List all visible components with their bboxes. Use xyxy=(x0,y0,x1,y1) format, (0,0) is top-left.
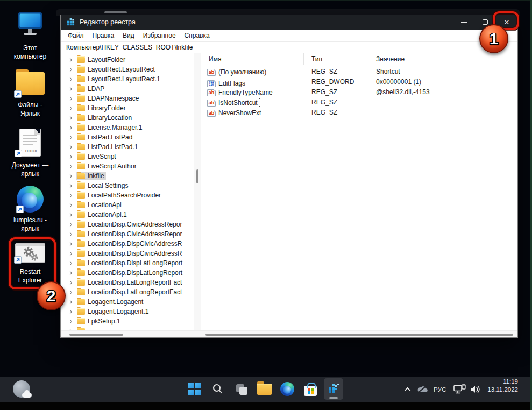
menu-item[interactable]: Вид xyxy=(118,32,139,39)
chevron-right-icon[interactable] xyxy=(68,193,72,197)
menu-item[interactable]: Справка xyxy=(180,32,214,39)
folder-icon xyxy=(77,182,85,189)
chevron-right-icon[interactable] xyxy=(68,145,72,149)
registry-value-row[interactable]: IsNotShortcut REG_SZ xyxy=(201,97,517,107)
desktop-icon-files-shortcut[interactable]: Файлы - Ярлык xyxy=(4,69,56,118)
search-button[interactable] xyxy=(208,378,228,400)
tree-item[interactable]: LocationApi.1 xyxy=(61,210,194,220)
value-type-icon xyxy=(207,110,216,117)
tree-item[interactable]: LocationDisp.LatLongReportFact xyxy=(61,278,194,287)
chevron-right-icon[interactable] xyxy=(68,222,72,226)
language-indicator[interactable]: РУС xyxy=(431,377,449,402)
file-explorer-button[interactable] xyxy=(254,378,274,400)
chevron-right-icon[interactable] xyxy=(68,164,72,168)
chevron-right-icon[interactable] xyxy=(68,96,72,100)
menu-item[interactable]: Правка xyxy=(88,32,119,39)
tree-item[interactable]: LocalPathSearchProvider xyxy=(61,190,194,200)
tree-item[interactable]: ListPad.ListPad.1 xyxy=(61,142,194,152)
value-name: IsNotShortcut xyxy=(218,99,258,107)
minimize-button[interactable] xyxy=(453,15,474,30)
tree-item[interactable]: LayoutRect.LayoutRect xyxy=(61,65,194,74)
network-tray-button[interactable] xyxy=(452,377,468,402)
task-view-button[interactable] xyxy=(231,378,251,400)
chevron-right-icon[interactable] xyxy=(68,203,72,207)
tree-vertical-scrollbar[interactable] xyxy=(194,53,201,330)
tree-item[interactable]: LocationDisp.DispCivicAddressR xyxy=(61,239,194,249)
tree-horizontal-scrollbar[interactable] xyxy=(61,330,201,337)
chevron-right-icon[interactable] xyxy=(68,116,72,119)
chevron-right-icon[interactable] xyxy=(68,290,72,294)
desktop-icon-lumpics-shortcut[interactable]: lumpics.ru - ярлык xyxy=(4,185,56,233)
tree-item[interactable]: LpkSetup.1 xyxy=(61,316,194,326)
tree-item[interactable]: LocationDisp.CivicAddressRepor xyxy=(61,220,194,229)
tree-item[interactable]: LiveScript xyxy=(61,152,194,161)
scrollbar-thumb[interactable] xyxy=(69,334,123,336)
tree-item[interactable]: LayoutRect.LayoutRect.1 xyxy=(61,74,194,84)
tree-item[interactable]: lnkfile xyxy=(61,171,194,181)
weather-widget[interactable] xyxy=(12,379,32,400)
window-titlebar[interactable]: Редактор реестра ✕ xyxy=(61,15,517,30)
list-horizontal-scrollbar[interactable] xyxy=(201,330,517,337)
tree-item[interactable]: License.Manager.1 xyxy=(61,123,194,132)
desktop-icon-this-pc[interactable]: Этот компьютер xyxy=(4,10,56,61)
address-bar[interactable]: Компьютер\HKEY_CLASSES_ROOT\lnkfile xyxy=(61,42,517,53)
column-header[interactable]: Имя xyxy=(201,53,304,65)
tree-item-label: Logagent.Logagent xyxy=(88,298,143,306)
menu-item[interactable]: Файл xyxy=(63,32,88,39)
clock[interactable]: 11:19 13.11.2022 xyxy=(487,378,518,394)
registry-value-row[interactable]: FriendlyTypeName REG_SZ @shell32.dll,-41… xyxy=(201,87,517,97)
volume-tray-button[interactable] xyxy=(468,377,483,402)
registry-value-row[interactable]: EditFlags REG_DWORD 0x00000001 (1) xyxy=(201,76,517,87)
column-header[interactable]: Значение xyxy=(368,53,517,65)
chevron-right-icon[interactable] xyxy=(68,106,72,110)
store-button[interactable] xyxy=(301,378,320,400)
tree-item[interactable]: LocationApi xyxy=(61,200,194,210)
chevron-right-icon[interactable] xyxy=(68,300,72,303)
tree-item[interactable]: LocationDisp.DispLatLongReport xyxy=(61,258,194,268)
tree-item[interactable]: ListPad.ListPad xyxy=(61,132,194,142)
chevron-right-icon[interactable] xyxy=(68,154,72,158)
chevron-right-icon[interactable] xyxy=(68,58,72,61)
tree-item[interactable]: LocationDisp.LatLongReportFact xyxy=(61,287,194,297)
chevron-right-icon[interactable] xyxy=(68,213,72,216)
tree-item[interactable]: LiveScript Author xyxy=(61,161,194,171)
registry-value-row[interactable]: NeverShowExt REG_SZ xyxy=(201,107,517,117)
onedrive-tray-button[interactable] xyxy=(415,377,430,402)
chevron-right-icon[interactable] xyxy=(68,87,72,90)
regedit-taskbar-button[interactable] xyxy=(324,378,343,400)
chevron-right-icon[interactable] xyxy=(68,242,72,245)
edge-button[interactable] xyxy=(278,378,297,400)
tree-item[interactable]: LDAPNamespace xyxy=(61,94,194,103)
chevron-right-icon[interactable] xyxy=(68,232,72,236)
menu-item[interactable]: Избранное xyxy=(139,32,180,39)
tree-item[interactable]: LocationDisp.CivicAddressRepor xyxy=(61,229,194,239)
chevron-right-icon[interactable] xyxy=(68,280,72,284)
chevron-right-icon[interactable] xyxy=(68,319,72,323)
chevron-right-icon[interactable] xyxy=(68,309,72,313)
start-button[interactable] xyxy=(185,378,204,400)
chevron-right-icon[interactable] xyxy=(68,261,72,265)
tree-item[interactable]: LibraryFolder xyxy=(61,103,194,113)
chevron-right-icon[interactable] xyxy=(68,77,72,81)
chevron-right-icon[interactable] xyxy=(68,251,72,255)
tree-item[interactable]: Logagent.Logagent xyxy=(61,297,194,307)
chevron-right-icon[interactable] xyxy=(68,125,72,129)
chevron-right-icon[interactable] xyxy=(68,271,72,274)
tree-item[interactable]: LocationDisp.DispLatLongReport xyxy=(61,268,194,278)
chevron-right-icon[interactable] xyxy=(68,135,72,139)
chevron-right-icon[interactable] xyxy=(68,183,72,187)
tree-item[interactable]: LibraryLocation xyxy=(61,113,194,123)
chevron-right-icon[interactable] xyxy=(68,67,72,71)
scrollbar-thumb[interactable] xyxy=(196,169,198,183)
tray-chevron-button[interactable] xyxy=(402,377,414,402)
column-header[interactable]: Тип xyxy=(304,53,368,65)
tree-item[interactable]: LayoutFolder xyxy=(61,55,194,65)
tree-item[interactable]: LocationDisp.DispCivicAddressR xyxy=(61,249,194,258)
scrollbar-thumb[interactable] xyxy=(205,334,513,336)
tree-item[interactable]: Logagent.Logagent.1 xyxy=(61,307,194,316)
chevron-right-icon[interactable] xyxy=(68,174,72,178)
folder-icon xyxy=(77,308,85,315)
tree-item[interactable]: LDAP xyxy=(61,84,194,94)
desktop-icon-document-shortcut[interactable]: DOCX Документ — ярлык xyxy=(4,127,56,178)
tree-item[interactable]: Local Settings xyxy=(61,181,194,190)
